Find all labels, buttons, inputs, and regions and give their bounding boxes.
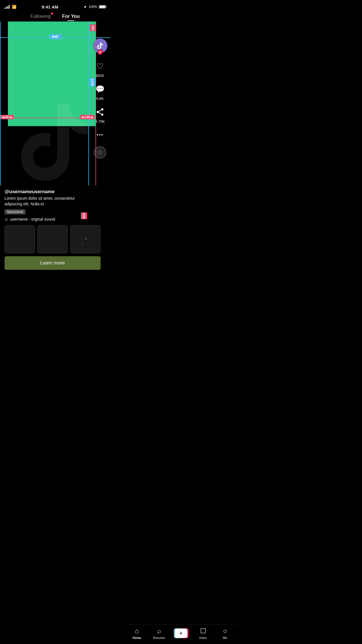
dim-140-label: ◀ 140 ▶ bbox=[80, 115, 95, 119]
comment-count: 9.8K bbox=[96, 96, 104, 101]
header-nav: Following For You bbox=[0, 12, 110, 21]
notification-dot bbox=[51, 12, 53, 15]
learn-more-button[interactable]: Learn more bbox=[5, 256, 101, 270]
floating-music-note-2: ♩ bbox=[82, 242, 83, 246]
battery-icon bbox=[99, 5, 106, 8]
blue-line-vertical-right bbox=[88, 21, 89, 186]
music-label: username - orginal sound bbox=[10, 217, 55, 221]
wifi-icon: 📶 bbox=[12, 5, 16, 9]
pink-line-vertical-center bbox=[96, 21, 96, 186]
dim-1136-label: 1136 bbox=[89, 78, 96, 87]
music-disc-inner bbox=[98, 150, 102, 155]
signal-bars bbox=[5, 5, 10, 9]
music-row[interactable]: ♫ username - orginal sound bbox=[5, 217, 106, 222]
bluetooth-icon: ★ bbox=[84, 5, 87, 9]
post-description: Lorem ipsum dolor sit amet, consectetur … bbox=[5, 196, 84, 207]
follow-plus-button[interactable]: + bbox=[97, 49, 103, 55]
sponsored-badge: Sponsored bbox=[5, 209, 25, 214]
post-username[interactable]: @usernameusername bbox=[5, 189, 106, 195]
share-count: 3.79K bbox=[95, 119, 105, 124]
video-area: + ♡ 991K 💬 9.8K bbox=[0, 21, 110, 186]
blue-line-vertical-left bbox=[0, 21, 1, 186]
product-thumb-1[interactable] bbox=[5, 225, 35, 253]
battery-percent: 100% bbox=[88, 5, 97, 9]
post-info-area: 546 @usernameusername Lorem ipsum dolor … bbox=[0, 186, 110, 274]
dim-640-label: 640 bbox=[49, 34, 61, 39]
status-right: ★ 100% bbox=[84, 5, 106, 9]
nav-following[interactable]: Following bbox=[31, 14, 51, 19]
status-bar: 📶 9:41 AM ★ 100% bbox=[0, 0, 110, 12]
dim-150-label: 150 bbox=[90, 24, 96, 31]
video-annotation-container: + ♡ 991K 💬 9.8K bbox=[0, 21, 110, 274]
creator-avatar-container[interactable]: + bbox=[93, 38, 107, 53]
status-left: 📶 bbox=[5, 5, 16, 9]
status-time: 9:41 AM bbox=[42, 5, 58, 9]
dim-60-label: ◀ 60 ▶ bbox=[1, 115, 14, 119]
right-sidebar: + ♡ 991K 💬 9.8K bbox=[90, 38, 110, 164]
music-note-icon: ♫ bbox=[5, 217, 8, 222]
floating-music-note-1: ♫ bbox=[84, 236, 87, 240]
product-thumb-2[interactable] bbox=[37, 225, 68, 253]
dim-546-label: 546 bbox=[81, 212, 87, 219]
nav-foryou[interactable]: For You bbox=[62, 14, 80, 19]
like-count: 991K bbox=[96, 74, 104, 78]
